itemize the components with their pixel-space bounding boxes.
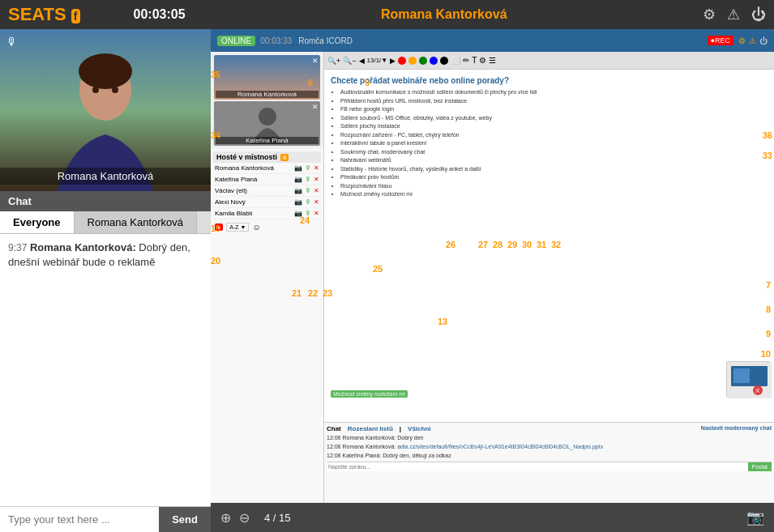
slide-list-item: Sdílení plochy instalace xyxy=(340,122,768,131)
inner-chat-tab-all[interactable]: Rozeslaní listů xyxy=(348,425,393,432)
msg3-sender: Kateřina Planá: xyxy=(342,453,381,458)
color-red[interactable] xyxy=(398,57,406,65)
zoom-out-inner[interactable]: 🔍− xyxy=(343,57,356,65)
video-container: Romana Kantorková 🎙 xyxy=(0,29,211,191)
prev-slide[interactable]: ◀ xyxy=(359,57,365,65)
color-blue[interactable] xyxy=(430,57,438,65)
alert-inner-icon[interactable]: ⚠ xyxy=(749,36,756,45)
power-inner-icon[interactable]: ⏻ xyxy=(759,36,768,45)
svg-point-5 xyxy=(259,108,276,126)
remove-icon-4[interactable]: ✕ xyxy=(314,198,319,206)
zoom-in-inner[interactable]: 🔍+ xyxy=(327,57,340,65)
current-page: 4 xyxy=(264,512,270,524)
cam-icon-2[interactable]: 📷 xyxy=(294,176,302,183)
msg3-text: Dobrý den, děkuji za odkaz xyxy=(383,453,451,458)
thumb-close-1[interactable]: ✕ xyxy=(312,57,319,65)
slide-list-item: Audiovizuální komunikace s možností sdíl… xyxy=(340,88,768,97)
menu-tool-icon[interactable]: ☰ xyxy=(489,56,496,65)
msg1-sender: Romana Kantorková: xyxy=(342,435,396,440)
online-badge: ONLINE xyxy=(217,36,255,46)
chat-input-area: Send xyxy=(0,506,211,532)
emoticon-button[interactable]: ☺ xyxy=(252,223,260,232)
video-feed xyxy=(0,29,211,191)
participant-row-4: Alexi Nový 📷 🎙 ✕ xyxy=(213,197,321,208)
moderated-chat-btn[interactable]: Nastavit moderovaný chat xyxy=(701,425,772,432)
text-icon[interactable]: T xyxy=(472,56,477,65)
cam-icon-1[interactable]: 📷 xyxy=(294,164,302,172)
inner-video-thumbs: ✕ Romana Kantorková ✕ xyxy=(211,52,323,149)
svg-point-2 xyxy=(79,53,132,89)
sort-az-button[interactable]: A-Z ▼ xyxy=(226,223,249,232)
msg2-link[interactable]: adla.cz/sites/default/files/oCcBs4jI-LeV… xyxy=(397,444,603,449)
participant-row-3: Václav (elt) 📷 🎙 ✕ xyxy=(213,185,321,197)
inner-chat-panel: Chat Rozeslaní listů | Všichni Nastavit … xyxy=(324,422,774,503)
svg-point-4 xyxy=(112,87,118,93)
person-svg xyxy=(0,29,211,191)
thumb-1: ✕ Romana Kantorková xyxy=(214,55,320,100)
eraser-icon[interactable]: ⬜ xyxy=(451,56,460,65)
cam-icon-4[interactable]: 📷 xyxy=(294,198,302,206)
alert-icon[interactable]: ⚠ xyxy=(727,6,740,23)
inner-send-button[interactable]: Poslat xyxy=(748,462,772,471)
settings-icon[interactable]: ⚙ xyxy=(703,6,716,23)
inner-chat-tab-all2[interactable]: Všichni xyxy=(408,425,430,432)
remove-icon-1[interactable]: ✕ xyxy=(314,164,319,172)
slide-list-item: FB nebo google login xyxy=(340,105,768,114)
mic-icon-3[interactable]: 🎙 xyxy=(305,187,311,194)
participant-name-1: Romana Kantorková xyxy=(215,164,292,172)
participant-row-1: Romana Kantorková 📷 🎙 ✕ xyxy=(213,163,321,174)
slide-toolbar: 🔍+ 🔍− ◀ 13/1/▼ ▶ ⬜ xyxy=(324,52,774,70)
cam-icon-3[interactable]: 📷 xyxy=(294,187,302,194)
color-orange[interactable] xyxy=(408,57,417,65)
mic-icon-1[interactable]: 🎙 xyxy=(305,164,311,172)
inner-body: ✕ Romana Kantorková ✕ xyxy=(211,52,774,503)
msg2-sender: Romana Kantorková: xyxy=(342,444,396,449)
settings-inner-icon[interactable]: ⚙ xyxy=(738,36,746,45)
remove-icon-5[interactable]: ✕ xyxy=(314,210,319,217)
mic-icon-2[interactable]: 🎙 xyxy=(305,176,311,183)
pencil-icon[interactable]: ✏ xyxy=(463,56,469,65)
participant-name-2: Kateřina Planá xyxy=(215,176,292,183)
chat-tab-everyone[interactable]: Everyone xyxy=(0,211,75,233)
chat-message-1: 9:37 Romana Kantorková: Dobrý den, dnešn… xyxy=(8,240,203,270)
promo-image: SPOJTE SE S KANTORKOU xyxy=(727,88,768,121)
inner-chat-tab-separator: | xyxy=(400,425,401,432)
chat-input[interactable] xyxy=(0,507,159,532)
camera-button[interactable]: 📷 xyxy=(746,509,764,526)
mic-icon-4[interactable]: 🎙 xyxy=(305,198,311,206)
send-button[interactable]: Send xyxy=(159,507,211,532)
logo-text: SEATS xyxy=(8,4,66,24)
session-title: Romana Kantorková xyxy=(186,7,703,22)
participant-name-3: Václav (elt) xyxy=(215,187,292,194)
svg-rect-8 xyxy=(733,368,750,383)
slide-list-item: Sdílení souborů - MS Office, obrázky, vi… xyxy=(340,114,768,123)
remove-icon-3[interactable]: ✕ xyxy=(314,187,319,194)
slide-content: Chcete pořádat webináře nebo online pora… xyxy=(324,70,774,206)
cam-icon-5[interactable]: 📷 xyxy=(294,210,302,217)
thumb-label-2: Kateřina Planá xyxy=(216,137,319,144)
color-green[interactable] xyxy=(419,57,427,65)
thumb-close-2[interactable]: ✕ xyxy=(312,103,319,111)
thumb-label-1: Romana Kantorková xyxy=(216,91,319,98)
inner-chat-input[interactable] xyxy=(327,462,748,471)
power-icon[interactable]: ⏻ xyxy=(751,6,766,23)
settings-tool-icon[interactable]: ⚙ xyxy=(479,56,486,65)
next-slide[interactable]: ▶ xyxy=(390,57,396,65)
chat-tab-romana[interactable]: Romana Kantorková xyxy=(75,211,198,233)
participant-row-2: Kateřina Planá 📷 🎙 ✕ xyxy=(213,174,321,185)
color-black[interactable] xyxy=(440,57,448,65)
participants-count: 0 xyxy=(280,154,289,161)
online-indicator: ● xyxy=(215,223,223,231)
inner-chat-label: Chat xyxy=(327,425,341,432)
remove-icon-2[interactable]: ✕ xyxy=(314,176,319,183)
app-logo: SEATS f xyxy=(8,4,80,25)
mic-icon-5[interactable]: 🎙 xyxy=(305,210,311,217)
inner-right-panel: 🔍+ 🔍− ◀ 13/1/▼ ▶ ⬜ xyxy=(324,52,774,503)
zoom-in-button[interactable]: ⊕ xyxy=(220,510,231,526)
zoom-out-button[interactable]: ⊖ xyxy=(239,510,250,526)
participant-name-4: Alexi Nový xyxy=(215,198,292,206)
inner-chat-msg-3: 12:08 Kateřina Planá: Dobrý den, děkuji … xyxy=(327,452,772,459)
inner-page-indicator: 13/1/▼ xyxy=(367,57,388,64)
chat-tabs: Everyone Romana Kantorková xyxy=(0,211,211,234)
participant-row-5: Kamila Blabli 📷 🎙 ✕ xyxy=(213,208,321,219)
